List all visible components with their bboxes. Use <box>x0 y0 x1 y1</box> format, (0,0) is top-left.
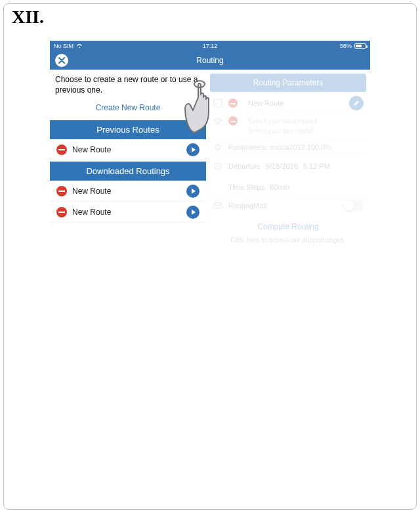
list-item[interactable]: New Route <box>50 139 206 160</box>
route-name-value: New Route <box>248 99 284 107</box>
instruction-text: Choose to create a new route or to use a… <box>50 74 206 99</box>
parameters-row[interactable]: Parameters: imoca2012 100.0% <box>210 137 366 156</box>
route-name-row: New Route <box>210 92 366 114</box>
model-select-row: Select your wind model Select your sea m… <box>210 114 366 137</box>
departure-row[interactable]: Departure 5/18/2016 5:12 PM Time Steps 6… <box>210 156 366 195</box>
route-name: New Route <box>72 145 111 154</box>
svg-point-2 <box>216 145 220 149</box>
routing-mail-row: RoutingMail <box>210 195 366 215</box>
delete-minus-icon <box>228 99 238 108</box>
routing-mail-toggle[interactable] <box>343 200 364 212</box>
right-pane: Routing Parameters New Route <box>206 70 370 252</box>
status-bar: No SIM 17:12 56% <box>50 41 370 51</box>
wind-model-select[interactable]: Select your wind model <box>248 116 364 126</box>
play-button[interactable] <box>186 143 200 156</box>
play-button[interactable] <box>186 185 200 198</box>
gear-icon <box>213 142 223 152</box>
routing-mail-label: RoutingMail <box>228 202 266 210</box>
list-item[interactable]: New Route <box>50 202 206 223</box>
clock: 17:12 <box>203 43 218 49</box>
delete-minus-icon[interactable] <box>56 207 67 217</box>
nav-bar: Routing <box>50 51 370 70</box>
content-area: Choose to create a new route or to use a… <box>50 70 370 252</box>
layers-icon <box>213 116 223 127</box>
svg-rect-0 <box>214 99 222 107</box>
previous-routes-header: Previous Routes <box>50 120 206 139</box>
list-item[interactable]: New Route <box>50 181 206 202</box>
parameters-text: Parameters: imoca2012 100.0% <box>228 143 331 151</box>
figure-number: XII. <box>12 7 44 28</box>
create-new-route-link[interactable]: Create New Route <box>50 99 206 119</box>
departure-date: 5/18/2016 <box>266 162 298 170</box>
delete-minus-icon <box>228 116 238 125</box>
clock-icon <box>213 161 223 171</box>
route-name: New Route <box>72 187 111 196</box>
map-pin-icon <box>213 98 223 108</box>
routing-parameters-header: Routing Parameters <box>210 74 366 92</box>
departure-label: Departure <box>228 162 261 170</box>
pencil-icon <box>353 100 360 106</box>
svg-rect-4 <box>214 203 222 208</box>
phone-screen: No SIM 17:12 56% Routing Choose to creat… <box>50 41 370 252</box>
downloaded-routings-header: Downloaded Routings <box>50 162 206 181</box>
sea-model-select[interactable]: Select your sea model <box>248 126 364 136</box>
edit-button[interactable] <box>349 96 364 110</box>
document-frame: XII. No SIM 17:12 56% Routing <box>3 3 417 510</box>
play-button[interactable] <box>186 206 200 219</box>
timesteps-value: 60min <box>270 183 289 191</box>
nav-title: Routing <box>196 56 223 65</box>
delete-minus-icon[interactable] <box>56 186 67 196</box>
carrier-text: No SIM <box>54 43 74 49</box>
delete-minus-icon[interactable] <box>56 145 67 155</box>
timesteps-label: Time Steps <box>228 183 264 191</box>
mail-icon <box>213 200 223 211</box>
battery-pct: 56% <box>340 43 352 49</box>
route-name: New Route <box>72 208 111 217</box>
close-button[interactable] <box>55 54 68 67</box>
compute-routing-button[interactable]: Compute Routing <box>210 215 366 234</box>
support-link[interactable]: Click here to access our support pages. <box>210 234 366 246</box>
left-pane: Choose to create a new route or to use a… <box>50 70 206 252</box>
close-icon <box>58 57 65 64</box>
battery-icon <box>354 43 366 49</box>
wifi-icon <box>76 43 83 49</box>
svg-point-1 <box>216 104 217 105</box>
departure-time: 5:12 PM <box>303 162 330 170</box>
